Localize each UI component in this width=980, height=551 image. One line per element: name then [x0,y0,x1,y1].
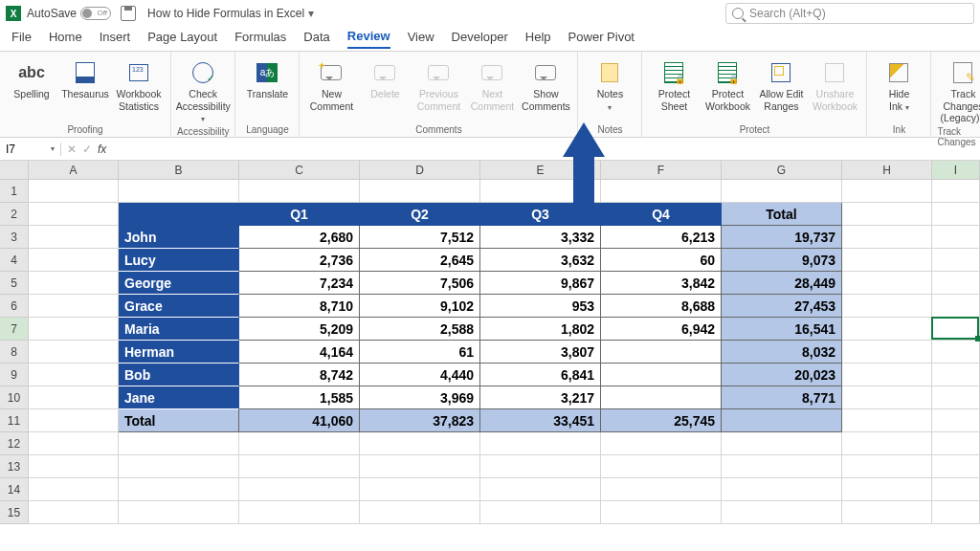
row-header-3[interactable]: 3 [0,226,29,249]
cell-H10[interactable] [842,386,932,409]
cell-F12[interactable] [601,432,722,455]
col-header-I[interactable]: I [932,161,980,180]
cell-H15[interactable] [842,501,932,524]
tab-home[interactable]: Home [49,30,82,48]
translate-button[interactable]: aあTranslate [241,55,293,122]
cell-D8[interactable]: 61 [360,341,480,364]
cell-C2[interactable]: Q1 [239,203,360,226]
tab-developer[interactable]: Developer [452,30,508,48]
cell-E3[interactable]: 3,332 [480,226,601,249]
cell-H1[interactable] [842,180,932,203]
cell-G13[interactable] [722,455,842,478]
cell-E2[interactable]: Q3 [480,203,601,226]
row-header-10[interactable]: 10 [0,386,29,409]
cell-G3[interactable]: 19,737 [722,226,842,249]
cell-D2[interactable]: Q2 [360,203,480,226]
cell-G5[interactable]: 28,449 [722,272,842,295]
cell-A8[interactable] [29,341,119,364]
cell-C11[interactable]: 41,060 [239,409,360,432]
cell-G1[interactable] [722,180,842,203]
cell-I15[interactable] [932,501,980,524]
save-icon[interactable] [121,6,136,21]
cell-I1[interactable] [932,180,980,203]
cell-A10[interactable] [29,386,119,409]
tab-insert[interactable]: Insert [100,30,131,48]
cell-H9[interactable] [842,364,932,386]
cell-D7[interactable]: 2,588 [360,318,480,341]
cell-D5[interactable]: 7,506 [360,272,480,295]
cell-I2[interactable] [932,203,980,226]
row-header-14[interactable]: 14 [0,478,29,501]
cell-C4[interactable]: 2,736 [239,249,360,272]
cell-E14[interactable] [480,478,601,501]
select-all-corner[interactable] [0,161,29,180]
cell-D3[interactable]: 7,512 [360,226,480,249]
show-comments-button[interactable]: ShowComments [520,55,571,122]
cell-D12[interactable] [360,432,480,455]
search-input[interactable]: Search (Alt+Q) [725,3,974,24]
row-header-6[interactable]: 6 [0,295,29,318]
cell-B13[interactable] [119,455,239,478]
tab-power-pivot[interactable]: Power Pivot [568,30,635,48]
cell-G14[interactable] [722,478,842,501]
cell-H13[interactable] [842,455,932,478]
col-header-A[interactable]: A [29,161,119,180]
cell-G7[interactable]: 16,541 [722,318,842,341]
enter-formula-icon[interactable]: ✓ [82,143,92,156]
row-header-12[interactable]: 12 [0,432,29,455]
cell-G2[interactable]: Total [722,203,842,226]
cell-E7[interactable]: 1,802 [480,318,601,341]
cell-B11[interactable]: Total [119,409,239,432]
cell-F13[interactable] [601,455,722,478]
cell-B2[interactable] [119,203,239,226]
cell-G11[interactable] [722,409,842,432]
cell-H4[interactable] [842,249,932,272]
cell-F6[interactable]: 8,688 [601,295,722,318]
cell-E11[interactable]: 33,451 [480,409,601,432]
row-header-13[interactable]: 13 [0,455,29,478]
row-header-2[interactable]: 2 [0,203,29,226]
col-header-F[interactable]: F [601,161,722,180]
tab-data[interactable]: Data [303,30,329,48]
col-header-G[interactable]: G [722,161,842,180]
cell-B8[interactable]: Herman [119,341,239,364]
spreadsheet-grid[interactable]: ABCDEFGHI12Q1Q2Q3Q4Total3John2,6807,5123… [0,161,980,524]
protect-sheet-button[interactable]: ProtectSheet [648,55,700,122]
cell-F1[interactable] [601,180,722,203]
cell-A15[interactable] [29,501,119,524]
cell-I7[interactable] [932,318,980,341]
cell-A13[interactable] [29,455,119,478]
tab-help[interactable]: Help [525,30,551,48]
cell-I3[interactable] [932,226,980,249]
row-header-1[interactable]: 1 [0,180,29,203]
cell-B7[interactable]: Maria [119,318,239,341]
cell-B3[interactable]: John [119,226,239,249]
cell-C14[interactable] [239,478,360,501]
cell-B14[interactable] [119,478,239,501]
cell-D6[interactable]: 9,102 [360,295,480,318]
insert-function-icon[interactable]: fx [98,143,106,156]
cell-F9[interactable] [601,364,722,386]
cell-E10[interactable]: 3,217 [480,386,601,409]
cell-D13[interactable] [360,455,480,478]
workbook-stats-button[interactable]: WorkbookStatistics [113,55,165,122]
cell-I8[interactable] [932,341,980,364]
cell-C13[interactable] [239,455,360,478]
cell-A14[interactable] [29,478,119,501]
cell-E1[interactable] [480,180,601,203]
col-header-H[interactable]: H [842,161,932,180]
col-header-D[interactable]: D [360,161,480,180]
notes-button[interactable]: Notes ▾ [584,55,635,122]
cell-H6[interactable] [842,295,932,318]
tab-formulas[interactable]: Formulas [234,30,286,48]
cell-D15[interactable] [360,501,480,524]
cell-F5[interactable]: 3,842 [601,272,722,295]
cell-E8[interactable]: 3,807 [480,341,601,364]
row-header-4[interactable]: 4 [0,249,29,272]
row-header-15[interactable]: 15 [0,501,29,524]
cell-D9[interactable]: 4,440 [360,364,480,386]
cell-C6[interactable]: 8,710 [239,295,360,318]
cell-F3[interactable]: 6,213 [601,226,722,249]
cell-B6[interactable]: Grace [119,295,239,318]
cell-A6[interactable] [29,295,119,318]
